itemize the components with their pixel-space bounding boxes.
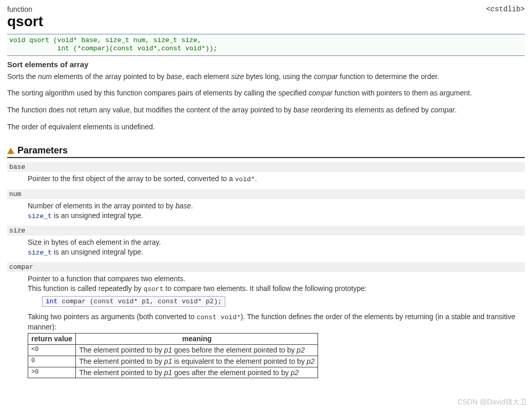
param-ref-compar: compar	[431, 106, 455, 114]
text: , each element	[182, 72, 231, 81]
param-ref-compar: compar	[309, 89, 333, 97]
text: function to determine the order.	[338, 72, 439, 81]
header-left: function qsort	[7, 5, 43, 34]
type-link-sizet[interactable]: size_t	[28, 249, 52, 257]
text: Taking two pointers as arguments (both c…	[28, 313, 196, 321]
text: This function is called repeatedly by	[28, 284, 144, 292]
page-title: qsort	[7, 13, 43, 30]
text: to compare two elements. It shall follow…	[164, 284, 367, 292]
meaning: The element pointed to by p1 goes after …	[76, 367, 318, 378]
param-desc-base: Pointer to the first object of the array…	[28, 174, 525, 184]
text: Size in bytes of each element in the arr…	[28, 238, 161, 246]
col-return-value: return value	[28, 333, 76, 344]
text: The element pointed to by	[79, 346, 164, 354]
text: is an unsigned integral type.	[52, 248, 143, 256]
meaning: The element pointed to by p1 is equivale…	[76, 356, 318, 367]
text: Pointer to the first object of the array…	[28, 174, 235, 183]
param-ref-base: base	[293, 106, 309, 114]
triangle-icon	[7, 148, 14, 154]
text: Pointer to a function that compares two …	[28, 275, 185, 283]
param-ref-p2: p2	[307, 357, 315, 365]
parameters-list: base Pointer to the first object of the …	[7, 162, 525, 378]
description-p1: Sorts the num elements of the array poin…	[7, 72, 525, 82]
meaning: The element pointed to by p1 goes before…	[76, 344, 318, 356]
param-name-compar: compar	[7, 262, 525, 272]
text: elements of the array pointed to by	[52, 72, 166, 81]
text: .	[455, 106, 457, 114]
text: is an unsigned integral type.	[52, 211, 143, 220]
section-title: Parameters	[17, 145, 68, 156]
prototype-rest: compar (const void* p1, const void* p2);	[57, 298, 222, 305]
section-parameters-header: Parameters	[7, 145, 525, 158]
text: function with pointers to them as argume…	[332, 89, 472, 97]
subtitle: Sort elements of array	[7, 60, 525, 69]
table-header-row: return value meaning	[28, 333, 318, 344]
text: Sorts the	[7, 72, 38, 81]
text: goes after the element pointed to by	[172, 368, 291, 377]
text: reordering its elements as defined by	[309, 106, 430, 114]
param-desc-num: Number of elements in the array pointed …	[28, 201, 525, 221]
text: The function does not return any value, …	[7, 106, 293, 114]
code-voidptr: void*	[235, 175, 255, 183]
compar-prototype: int compar (const void* p1, const void* …	[42, 296, 225, 307]
param-desc-compar: Pointer to a function that compares two …	[28, 274, 525, 378]
text: .	[191, 202, 193, 210]
param-ref-p1: p1	[164, 357, 172, 365]
col-meaning: meaning	[76, 333, 318, 344]
param-desc-size: Size in bytes of each element in the arr…	[28, 238, 525, 257]
text: The sorting algorithm used by this funct…	[7, 89, 309, 97]
description-p2: The sorting algorithm used by this funct…	[7, 88, 525, 98]
retval-0: 0	[28, 356, 76, 367]
table-row: >0 The element pointed to by p1 goes aft…	[28, 367, 318, 378]
text: .	[255, 174, 257, 183]
table-row: <0 The element pointed to by p1 goes bef…	[28, 344, 318, 356]
param-name-base: base	[7, 162, 525, 172]
text: Number of elements in the array pointed …	[28, 202, 175, 210]
header-include: <cstdlib>	[486, 5, 525, 13]
text: bytes long, using the	[244, 72, 314, 81]
text: The element pointed to by	[79, 357, 164, 365]
function-signature: void qsort (void* base, size_t num, size…	[7, 34, 525, 56]
text: goes before the element pointed to by	[172, 346, 297, 354]
table-row: 0 The element pointed to by p1 is equiva…	[28, 356, 318, 367]
retval-lt0: <0	[28, 344, 76, 356]
param-ref-p2: p2	[297, 346, 305, 354]
text: The element pointed to by	[79, 368, 164, 377]
retval-gt0: >0	[28, 367, 76, 378]
param-ref-num: num	[38, 72, 52, 81]
keyword-int: int	[46, 298, 57, 305]
description-p4: The order of equivalent elements is unde…	[7, 122, 525, 132]
code-qsort: qsort	[144, 285, 164, 293]
param-ref-base: base	[167, 72, 182, 81]
text: is equivalent to the element pointed to …	[172, 357, 307, 365]
param-ref-p1: p1	[164, 346, 172, 354]
param-name-size: size	[7, 226, 525, 236]
param-name-num: num	[7, 189, 525, 199]
code-constvoidptr: const void*	[196, 314, 241, 321]
param-ref-compar: compar	[314, 72, 338, 81]
param-ref-size: size	[231, 72, 244, 81]
param-ref-p1: p1	[164, 368, 172, 377]
param-ref-base: base	[175, 202, 191, 210]
kind-label: function	[7, 5, 43, 13]
param-ref-p2: p2	[291, 368, 299, 377]
type-link-sizet[interactable]: size_t	[28, 212, 52, 220]
description-p3: The function does not return any value, …	[7, 105, 525, 115]
return-value-table: return value meaning <0 The element poin…	[28, 333, 318, 379]
page-header: function qsort <cstdlib>	[7, 5, 525, 34]
